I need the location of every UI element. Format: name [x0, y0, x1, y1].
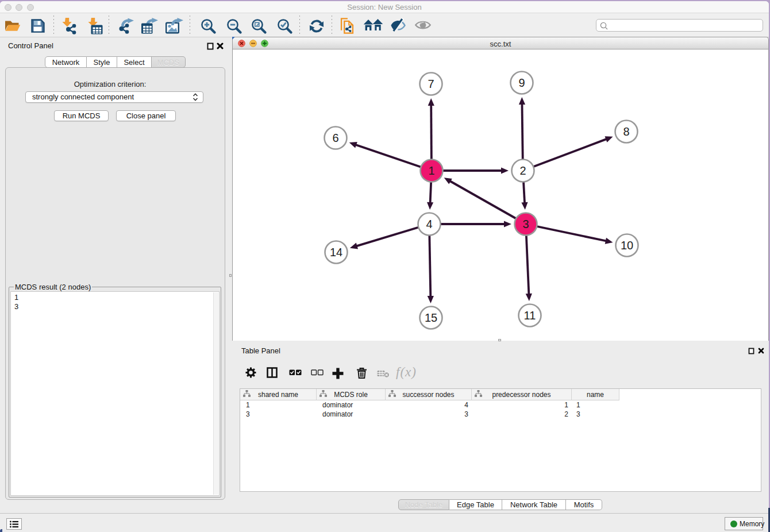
svg-text:14: 14: [330, 246, 342, 259]
svg-text:8: 8: [623, 125, 629, 138]
svg-text:7: 7: [428, 78, 434, 90]
svg-text:9: 9: [518, 76, 525, 89]
svg-text:1: 1: [428, 164, 434, 177]
svg-text:4: 4: [426, 218, 432, 230]
svg-text:3: 3: [522, 218, 529, 230]
svg-text:2: 2: [519, 164, 526, 177]
svg-text:10: 10: [621, 239, 633, 252]
svg-text:11: 11: [524, 309, 536, 322]
svg-text:15: 15: [425, 311, 437, 324]
svg-text:6: 6: [332, 132, 338, 144]
